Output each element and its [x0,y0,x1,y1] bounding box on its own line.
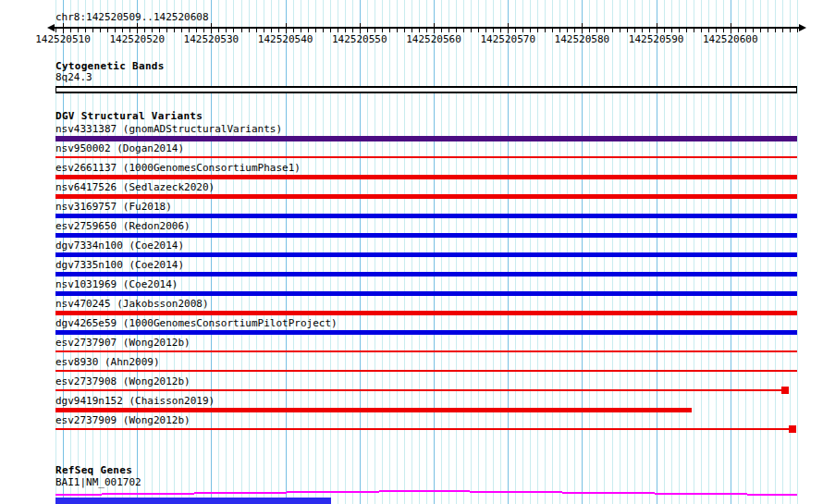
ruler-minor-tick [397,28,398,32]
ruler-minor-tick [500,28,501,32]
ruler-minor-tick [545,28,546,32]
ruler-minor-tick [664,28,665,32]
ruler-minor-tick [404,28,405,32]
ruler-right-arrow-icon [799,24,806,31]
variant-bar[interactable] [55,428,789,430]
ruler-minor-tick [620,28,620,32]
ruler-minor-tick [189,28,190,32]
ruler-minor-tick [471,28,472,32]
ruler-minor-tick [233,28,234,32]
ruler-minor-tick [738,28,739,32]
gridline-minor [797,0,798,504]
ruler-minor-tick [694,28,694,32]
ruler-left-arrow-icon [47,24,55,31]
variant-bar[interactable] [55,311,797,315]
variant-label: esv2759650 (Redon2006) [55,221,190,232]
refseq-genes-heading: RefSeq Genes [55,465,132,476]
ruler-minor-tick [753,28,754,32]
ruler-minor-tick [159,28,160,32]
ruler-minor-tick [649,28,650,32]
variant-label: esv2661137 (1000GenomesConsortiumPhase1) [55,163,301,174]
gene-line-segment [379,490,471,492]
variant-bar[interactable] [55,233,797,238]
ruler-major-tick [211,23,212,33]
variant-bar[interactable] [55,175,797,179]
ruler-tick-label: 142520600 [694,33,768,45]
ruler-minor-tick [790,28,791,32]
ruler-major-tick [657,23,657,33]
ruler-minor-tick [203,28,204,32]
ruler-minor-tick [797,28,798,32]
variant-end-marker[interactable] [781,387,789,394]
ruler-major-tick [582,23,583,33]
gene-line-segment [655,493,747,495]
ruler-minor-tick [301,28,301,32]
ruler-minor-tick [70,28,71,32]
variant-bar[interactable] [55,156,797,158]
ruler-minor-tick [426,28,427,32]
variant-label: nsv4331387 (gnomADStructuralVariants) [55,124,282,135]
ruler-minor-tick [166,28,167,32]
gene-line-segment [562,492,655,494]
cytoband-rect[interactable] [55,86,797,93]
variant-label: dgv7335n100 (Coe2014) [55,260,184,271]
ruler-major-tick [137,23,138,33]
ruler-minor-tick [671,28,672,32]
ruler-minor-tick [152,28,153,32]
variant-bar[interactable] [55,194,797,199]
ruler-minor-tick [92,28,93,32]
ruler-tick-label: 142520520 [100,33,174,45]
variant-label: nsv3169757 (Fu2018) [55,202,172,213]
ruler-minor-tick [330,28,331,32]
variant-bar[interactable] [55,350,797,352]
ruler-minor-tick [604,28,605,32]
ruler-minor-tick [78,28,79,32]
ruler-minor-tick [493,28,494,32]
ruler-minor-tick [345,28,346,32]
ruler-minor-tick [679,28,680,32]
variant-bar[interactable] [55,252,797,257]
variant-label: dgv9419n152 (Chaisson2019) [55,396,215,407]
ruler-minor-tick [271,28,272,32]
gene-line-segment [470,491,561,493]
ruler-minor-tick [448,28,449,32]
ruler-tick-label: 142520590 [620,33,694,45]
ruler-minor-tick [293,28,294,32]
variant-bar[interactable] [55,408,692,412]
ruler-minor-tick [596,28,597,32]
variant-bar[interactable] [55,370,797,372]
ruler-minor-tick [100,28,101,32]
ruler-minor-tick [782,28,783,32]
ruler-minor-tick [308,28,309,32]
ruler-tick-label: 142520540 [249,33,323,45]
ruler-minor-tick [115,28,116,32]
variant-bar[interactable] [55,136,797,141]
ruler-minor-tick [723,28,724,32]
variant-bar[interactable] [55,291,797,296]
ruler-minor-tick [745,28,746,32]
ruler-minor-tick [196,28,197,32]
variant-label: nsv950002 (Dogan2014) [55,143,184,154]
ruler-minor-tick [264,28,264,32]
variant-bar[interactable] [55,330,797,335]
ruler-major-tick [63,23,64,33]
ruler-minor-tick [352,28,353,32]
ruler-minor-tick [107,28,108,32]
ruler-minor-tick [389,28,390,32]
ruler-minor-tick [144,28,145,32]
variant-bar[interactable] [55,272,797,277]
ruler-minor-tick [642,28,643,32]
refseq-gene-label: BAI1|NM_001702 [55,477,141,488]
ruler-minor-tick [612,28,613,32]
variant-bar[interactable] [55,389,781,391]
variant-label: esv2737909 (Wong2012b) [55,415,190,426]
variant-label: esv2737907 (Wong2012b) [55,338,190,349]
dgv-structural-variants-heading: DGV Structural Variants [55,111,203,122]
clipped-item-bar[interactable] [55,498,331,504]
ruler-major-tick [360,23,361,33]
ruler-minor-tick [701,28,702,32]
variant-end-marker[interactable] [789,425,796,433]
ruler-minor-tick [256,28,257,32]
variant-bar[interactable] [55,214,797,218]
ruler-minor-tick [708,28,709,32]
